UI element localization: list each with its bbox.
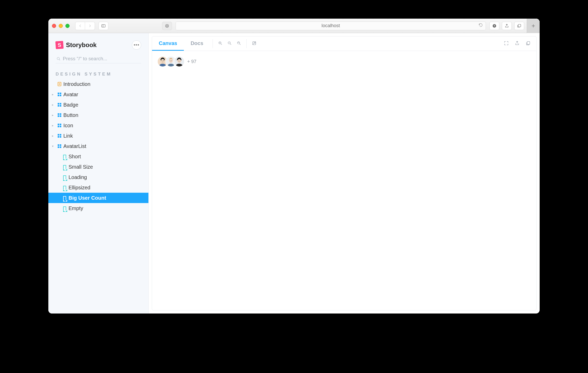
share-icon: [504, 24, 509, 28]
share-button[interactable]: [502, 22, 512, 30]
component-icon: [57, 144, 62, 148]
expander-icon[interactable]: ▾: [52, 144, 56, 148]
open-in-new-tab-button[interactable]: [515, 41, 520, 47]
url-bar[interactable]: localhost: [176, 21, 486, 30]
copy-icon: [525, 41, 531, 46]
svg-point-30: [180, 61, 180, 61]
forward-button[interactable]: [85, 22, 95, 30]
window-maximize-button[interactable]: [65, 24, 70, 28]
expander-icon[interactable]: ▸: [52, 113, 56, 117]
preview-toolbar: Canvas Docs: [152, 36, 536, 51]
tree-label: Icon: [63, 123, 73, 129]
sidebar-item-avatar[interactable]: ▸ Avatar: [48, 89, 148, 100]
search-icon: [56, 56, 61, 61]
tree-label: AvatarList: [63, 143, 86, 149]
onepassword-icon: [165, 24, 169, 28]
tab-docs[interactable]: Docs: [184, 36, 210, 51]
component-icon: [57, 102, 62, 107]
sidebar-item-introduction[interactable]: ▸ Introduction: [48, 79, 148, 89]
document-icon: [57, 82, 62, 86]
sidebar-story-ellipsized[interactable]: Ellipsized: [48, 182, 148, 193]
svg-line-13: [230, 43, 231, 44]
view-tabs: Canvas Docs: [152, 36, 210, 51]
sidebar-section-title: Design System: [48, 68, 148, 79]
contrast-icon: [252, 41, 257, 46]
sidebar-item-link[interactable]: ▸ Link: [48, 131, 148, 141]
zoom-reset-button[interactable]: [237, 41, 241, 47]
share-icon: [515, 41, 520, 46]
component-icon: [57, 92, 62, 97]
brand-title: Storybook: [66, 41, 97, 49]
zoom-in-icon: [218, 41, 223, 46]
canvas-body: + 97: [152, 51, 536, 310]
storybook-logo-icon: S: [55, 41, 64, 49]
zoom-out-button[interactable]: [227, 41, 232, 47]
expander-icon[interactable]: ▸: [52, 124, 56, 127]
sidebar-menu-button[interactable]: •••: [132, 40, 141, 50]
chevron-right-icon: [88, 24, 92, 28]
sidebar-tree: ▸ Introduction ▸ Avatar ▸ Badge ▸: [48, 79, 148, 213]
copy-link-button[interactable]: [525, 41, 531, 47]
zoom-in-button[interactable]: [218, 41, 223, 47]
svg-point-3: [167, 25, 168, 26]
back-button[interactable]: [75, 22, 85, 30]
tree-label: Badge: [63, 102, 78, 108]
sidebar-story-short[interactable]: Short: [48, 151, 148, 162]
story-icon: [62, 165, 67, 169]
reload-button[interactable]: [478, 23, 483, 29]
window-controls: [52, 24, 70, 28]
avatar-face-icon: [174, 57, 184, 66]
zoom-out-icon: [227, 41, 232, 46]
svg-point-25: [170, 60, 170, 61]
tree-label: Small Size: [69, 164, 93, 170]
window-minimize-button[interactable]: [59, 24, 63, 28]
fullscreen-button[interactable]: [504, 41, 509, 47]
tabs-icon: [517, 24, 522, 28]
search-input[interactable]: [63, 56, 141, 62]
svg-rect-5: [518, 24, 521, 27]
avatar-list-component: + 97: [157, 56, 531, 67]
password-manager-button[interactable]: [162, 22, 172, 30]
svg-point-22: [163, 60, 164, 61]
browser-window: localhost + S: [48, 19, 540, 314]
sidebar-story-empty[interactable]: Empty: [48, 203, 148, 213]
sidebar-item-badge[interactable]: ▸ Badge: [48, 100, 148, 110]
sidebar-item-avatarlist[interactable]: ▾ AvatarList: [48, 141, 148, 151]
sidebar-item-icon[interactable]: ▸ Icon: [48, 120, 148, 131]
chevron-left-icon: [78, 24, 82, 28]
downloads-button[interactable]: [489, 22, 499, 30]
story-icon: [62, 196, 67, 200]
sidebar-toggle-button[interactable]: [99, 22, 108, 30]
tree-label: Empty: [69, 205, 83, 211]
svg-rect-18: [527, 41, 530, 44]
fullscreen-icon: [504, 41, 509, 46]
sidebar-story-loading[interactable]: Loading: [48, 172, 148, 182]
reload-icon: [478, 23, 483, 27]
sidebar-story-small-size[interactable]: Small Size: [48, 162, 148, 172]
tree-label: Button: [63, 112, 78, 118]
sidebar-story-big-user-count[interactable]: Big User Count: [48, 193, 148, 203]
toolbar-separator: [213, 39, 213, 48]
svg-point-21: [162, 60, 162, 61]
new-tab-button[interactable]: +: [527, 19, 540, 33]
expander-icon[interactable]: ▸: [52, 134, 56, 138]
tree-label: Avatar: [63, 92, 78, 98]
tree-label: Short: [69, 154, 81, 160]
show-tabs-button[interactable]: [514, 22, 524, 30]
brand[interactable]: S Storybook: [56, 41, 97, 49]
expander-icon[interactable]: ▸: [52, 103, 56, 107]
background-controls: [249, 36, 259, 51]
svg-rect-0: [102, 24, 105, 27]
tab-canvas[interactable]: Canvas: [152, 36, 184, 51]
expander-icon[interactable]: ▸: [52, 93, 56, 96]
svg-point-26: [171, 60, 172, 61]
window-close-button[interactable]: [52, 24, 56, 28]
avatar-overflow-count: + 97: [187, 59, 197, 64]
svg-line-16: [239, 43, 240, 44]
browser-titlebar: localhost +: [48, 19, 540, 33]
sidebar-search[interactable]: [56, 54, 141, 63]
background-toggle-button[interactable]: [252, 41, 257, 47]
story-icon: [62, 154, 67, 159]
sidebar-item-button[interactable]: ▸ Button: [48, 110, 148, 120]
story-icon: [62, 185, 67, 190]
